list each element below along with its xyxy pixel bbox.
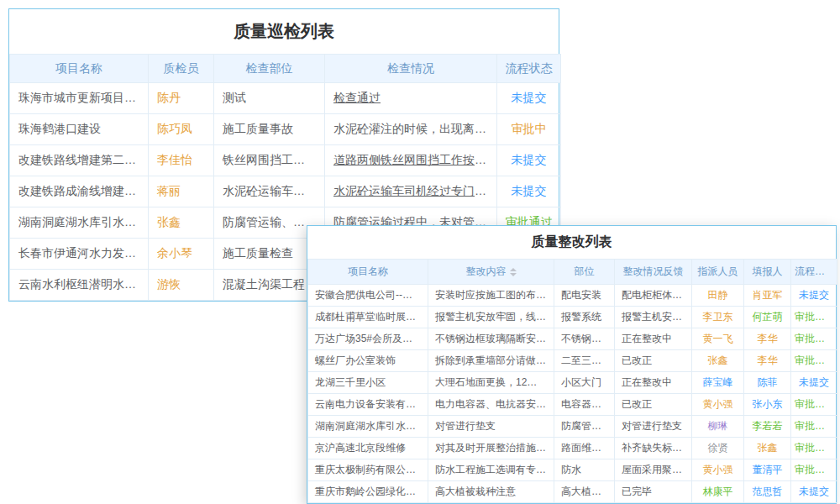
project-link[interactable]: 重庆太极制药有限公司亳州中... xyxy=(308,459,428,481)
feedback-cell: 屋面采用聚氨... xyxy=(615,459,692,481)
project-link[interactable]: 螺丝厂办公室装饰 xyxy=(308,350,428,372)
reporter-name: 范思哲 xyxy=(744,481,791,503)
assignee-name: 林康平 xyxy=(692,481,744,503)
project-link[interactable]: 湖南洞庭湖水库引水工... xyxy=(10,207,149,239)
sort-icon[interactable] xyxy=(510,265,517,280)
status-label: 审批通过 xyxy=(791,459,837,481)
check-location-cell: 测试 xyxy=(214,83,325,114)
inspection-panel-title: 质量巡检列表 xyxy=(9,9,559,54)
rectify-content-cell: 对其及时开展整治措施，桥头... xyxy=(428,438,554,459)
reporter-name: 张鑫 xyxy=(744,438,791,459)
status-label: 未提交 xyxy=(791,372,837,394)
reporter-name: 李华 xyxy=(744,350,791,372)
feedback-cell: 补齐缺失标志... xyxy=(615,438,692,459)
project-link[interactable]: 湖南洞庭湖水库引水工程施工I标 xyxy=(308,416,428,438)
table-row: 珠海市城市更新项目紫... 陈丹 测试 检查通过 未提交 xyxy=(10,83,561,114)
col-header-content-label: 整改内容 xyxy=(466,265,507,277)
project-link[interactable]: 重庆市鹅岭公园绿化景观提升... xyxy=(308,481,428,503)
inspector-name: 游恢 xyxy=(149,270,214,301)
inspector-name: 陈丹 xyxy=(149,83,214,114)
feedback-cell: 配电柜柜体与... xyxy=(615,285,692,307)
part-cell: 电容器安装... xyxy=(554,394,615,416)
project-link[interactable]: 珠海市城市更新项目紫... xyxy=(10,83,149,114)
status-label: 审批通过 xyxy=(791,307,837,328)
part-cell: 高大植被栽种 xyxy=(554,481,615,503)
inspection-header-row: 项目名称 质检员 检查部位 检查情况 流程状态 xyxy=(10,55,561,83)
inspector-name: 张鑫 xyxy=(149,207,214,239)
reporter-name: 李若若 xyxy=(744,416,791,438)
rectify-content-cell: 拆除到承重墙部分请做好加固... xyxy=(428,350,554,372)
project-link[interactable]: 云南水利枢纽潜明水库... xyxy=(10,270,149,301)
rectify-content-cell: 不锈钢边框玻璃隔断安装不牢... xyxy=(428,328,554,350)
col-header-project: 项目名称 xyxy=(10,55,149,83)
table-row: 重庆市鹅岭公园绿化景观提升... 高大植被栽种注意 高大植被栽种 已完毕 林康平… xyxy=(308,481,837,503)
rectify-content-cell: 安装时应按施工图的布置，将... xyxy=(428,285,554,307)
project-link[interactable]: 成都杜甫草堂临时展厅独立展... xyxy=(308,307,428,328)
assignee-name: 柳琳 xyxy=(692,416,744,438)
check-detail-cell: 道路两侧铁丝网围挡工作按设计... xyxy=(325,145,497,176)
col-header-reporter: 填报人 xyxy=(744,260,791,285)
project-link[interactable]: 龙湖三千里小区 xyxy=(308,372,428,394)
assignee-name: 黄小强 xyxy=(692,394,744,416)
status-label: 未提交 xyxy=(497,176,561,207)
rectify-content-cell: 大理石地面更换，12月31日之... xyxy=(428,372,554,394)
feedback-cell: 正在整改中 xyxy=(615,372,692,394)
table-row: 改建铁路成渝线增建第... 蒋丽 水泥砼运输车检查 水泥砼运输车司机经过专门培训… xyxy=(10,176,561,207)
reporter-name: 何芷萌 xyxy=(744,307,791,328)
status-label: 审批通过 xyxy=(791,350,837,372)
project-link[interactable]: 长春市伊通河水力发电... xyxy=(10,239,149,270)
table-row: 云南电力设备安装有限公司20... 电力电容器、电抗器安装方案,... 电容器安… xyxy=(308,394,837,416)
col-header-feedback: 整改情况反馈 xyxy=(615,260,692,285)
inspector-name: 陈巧凤 xyxy=(149,114,214,145)
inspector-name: 余小琴 xyxy=(149,239,214,270)
col-header-status: 流程状态 xyxy=(497,55,561,83)
col-header-inspector: 质检员 xyxy=(149,55,214,83)
project-link[interactable]: 珠海鹤港口建设 xyxy=(10,114,149,145)
assignee-name: 田静 xyxy=(692,285,744,307)
rectify-content-cell: 电力电容器、电抗器安装方案,... xyxy=(428,394,554,416)
feedback-cell: 已改正 xyxy=(615,350,692,372)
assignee-name: 李卫东 xyxy=(692,307,744,328)
feedback-cell: 正在整改中 xyxy=(615,328,692,350)
project-link[interactable]: 万达广场35#会所及咖啡厅空... xyxy=(308,328,428,350)
col-header-content[interactable]: 整改内容 xyxy=(428,260,554,285)
check-detail-cell: 水泥砼运输车司机经过专门培训... xyxy=(325,176,497,207)
part-cell: 二至三楼混... xyxy=(554,350,615,372)
reporter-name: 肖亚军 xyxy=(744,285,791,307)
project-link[interactable]: 安徽合肥供电公司--配电设备... xyxy=(308,285,428,307)
check-location-cell: 施工质量事故 xyxy=(214,114,325,145)
status-label: 未提交 xyxy=(791,481,837,503)
status-label: 未提交 xyxy=(497,145,561,176)
status-label: 审批通过 xyxy=(791,416,837,438)
assignee-name: 黄一飞 xyxy=(692,328,744,350)
project-link[interactable]: 改建铁路成渝线增建第... xyxy=(10,176,149,207)
col-header-location: 检查部位 xyxy=(214,55,325,83)
rectify-content-cell: 对管进行垫支 xyxy=(428,416,554,438)
reporter-name: 李华 xyxy=(744,328,791,350)
feedback-cell: 已改正 xyxy=(615,394,692,416)
table-row: 龙湖三千里小区 大理石地面更换，12月31日之... 小区大门 正在整改中 薛宝… xyxy=(308,372,837,394)
feedback-cell: 报警主机安放... xyxy=(615,307,692,328)
project-link[interactable]: 京沪高速北京段维修 xyxy=(308,438,428,459)
reporter-name: 陈菲 xyxy=(744,372,791,394)
part-cell: 小区大门 xyxy=(554,372,615,394)
part-cell: 防腐管运输... xyxy=(554,416,615,438)
reporter-name: 董清平 xyxy=(744,459,791,481)
rectify-table: 项目名称 整改内容 部位 整改情况反馈 指派人员 填报人 流程状态 安徽合肥供电… xyxy=(307,259,837,503)
table-row: 安徽合肥供电公司--配电设备... 安装时应按施工图的布置，将... 配电安装 … xyxy=(308,285,837,307)
table-row: 改建铁路线增建第二线... 李佳怡 铁丝网围挡工作检查 道路两侧铁丝网围挡工作按… xyxy=(10,145,561,176)
project-link[interactable]: 云南电力设备安装有限公司20... xyxy=(308,394,428,416)
rectify-content-cell: 报警主机安放牢固，线缆连接... xyxy=(428,307,554,328)
check-detail-cell: 检查通过 xyxy=(325,83,497,114)
project-link[interactable]: 改建铁路线增建第二线... xyxy=(10,145,149,176)
table-row: 螺丝厂办公室装饰 拆除到承重墙部分请做好加固... 二至三楼混... 已改正 张… xyxy=(308,350,837,372)
rectify-panel: 质量整改列表 项目名称 整改内容 部位 整改情况反馈 指派人员 填报人 流程状态… xyxy=(307,225,837,504)
col-header-project: 项目名称 xyxy=(308,260,428,285)
part-cell: 不锈钢安装... xyxy=(554,328,615,350)
feedback-cell: 已完毕 xyxy=(615,481,692,503)
assignee-name: 薛宝峰 xyxy=(692,372,744,394)
table-row: 重庆太极制药有限公司亳州中... 防水工程施工选调有专业资质... 防水 屋面采… xyxy=(308,459,837,481)
assignee-name: 张鑫 xyxy=(692,350,744,372)
status-label: 审批通过 xyxy=(791,328,837,350)
assignee-name: 黄小强 xyxy=(692,459,744,481)
